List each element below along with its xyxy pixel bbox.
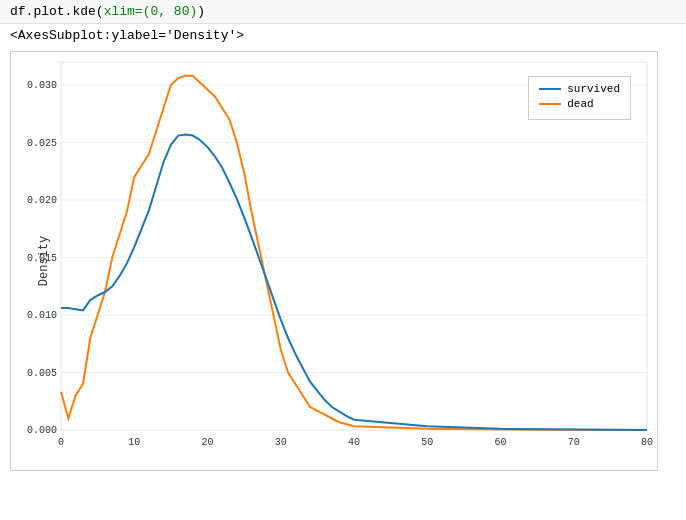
xtick-1: 10: [128, 437, 140, 448]
xtick-4: 40: [348, 437, 360, 448]
ytick-1: 0.005: [27, 367, 61, 378]
ytick-2: 0.010: [27, 310, 61, 321]
survived-line-icon: [539, 88, 561, 90]
chart-plot-area: 0.000 0.005 0.010 0.015 0.020 0.025 0.03…: [61, 62, 647, 430]
xtick-6: 60: [494, 437, 506, 448]
xtick-8: 80: [641, 437, 653, 448]
code-line: df.plot.kde(xlim=(0, 80)): [0, 0, 686, 24]
output-line: <AxesSubplot:ylabel='Density'>: [0, 24, 686, 47]
xtick-7: 70: [568, 437, 580, 448]
ytick-0: 0.000: [27, 425, 61, 436]
ytick-6: 0.030: [27, 80, 61, 91]
dead-label: dead: [567, 98, 593, 110]
output-text: <AxesSubplot:ylabel='Density'>: [10, 28, 244, 43]
survived-curve: [61, 134, 647, 430]
survived-label: survived: [567, 83, 620, 95]
xtick-2: 20: [201, 437, 213, 448]
legend-survived: survived: [539, 83, 620, 95]
ytick-5: 0.025: [27, 137, 61, 148]
chart-container: Density 0.000 0.005 0.010 0.015 0.020 0.…: [10, 51, 658, 471]
ytick-3: 0.015: [27, 252, 61, 263]
xtick-3: 30: [275, 437, 287, 448]
dead-line-icon: [539, 103, 561, 105]
xtick-0: 0: [58, 437, 64, 448]
ytick-4: 0.020: [27, 195, 61, 206]
code-text: df.plot.kde(: [10, 4, 104, 19]
dead-curve: [61, 76, 647, 430]
xtick-5: 50: [421, 437, 433, 448]
code-param: xlim=(0, 80): [104, 4, 198, 19]
code-close: ): [197, 4, 205, 19]
chart-legend: survived dead: [528, 76, 631, 120]
legend-dead: dead: [539, 98, 620, 110]
